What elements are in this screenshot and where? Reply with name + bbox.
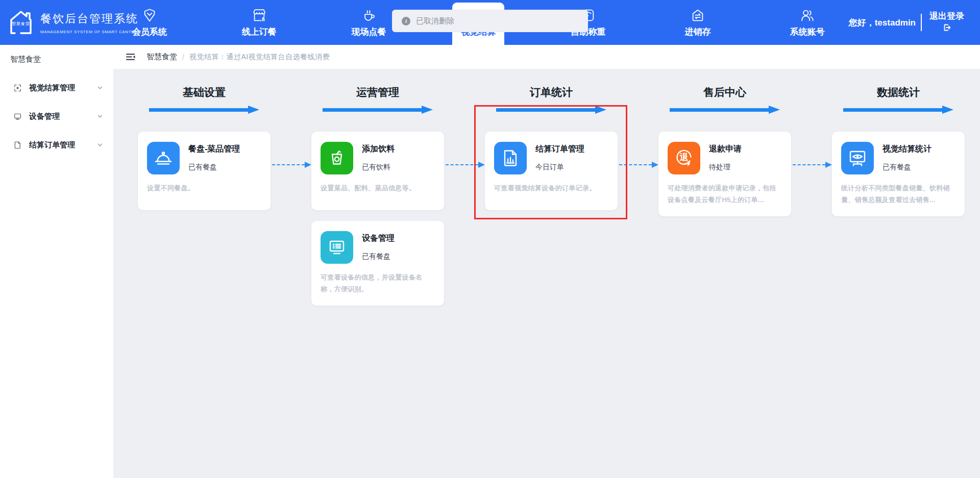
breadcrumb-current: 视觉结算：通过AI视觉结算台自选餐线消费	[189, 53, 330, 62]
column-title: 订单统计	[485, 86, 618, 99]
nav-item-online-order[interactable]: 线上订餐	[233, 0, 285, 45]
flow-column-basic-settings: 基础设置 餐盘-菜品管理 已有餐盘 设置不同餐盘。	[138, 86, 271, 210]
sidebar-item-settlement-order-mgmt[interactable]: 结算订单管理	[0, 131, 113, 159]
shield-check-icon	[142, 7, 157, 23]
card-visual-settlement-stats[interactable]: 视觉结算统计 已有餐盘 统计分析不同类型餐盘销量、饮料销量、销售总额及查看过去销…	[832, 132, 965, 216]
column-arrow	[496, 106, 606, 114]
nav-item-inventory[interactable]: 进销存	[672, 0, 724, 45]
cup-icon	[361, 7, 377, 23]
card-status: 已有餐盘	[883, 163, 932, 172]
monitor-eye-icon	[841, 142, 874, 174]
users-icon	[800, 7, 815, 23]
card-dish-menu-mgmt[interactable]: 餐盘-菜品管理 已有餐盘 设置不同餐盘。	[138, 132, 271, 210]
card-title: 添加饮料	[362, 144, 395, 155]
sidebar-item-label: 设备管理	[29, 112, 60, 121]
flow-connector-arrow	[272, 164, 305, 165]
logout-label: 退出登录	[929, 11, 964, 21]
flow-column-operation-mgmt: 运营管理 添加饮料 已有饮料 设置菜品、配料、菜品信息等。	[311, 86, 444, 306]
chevron-down-icon	[97, 142, 103, 148]
sidebar-item-device-mgmt[interactable]: 设备管理	[0, 102, 113, 131]
card-refund-request[interactable]: 退 退款申请 待处理 可处理消费者的退款申请记录，包括设备点餐及云餐厅H5上的订…	[658, 132, 791, 216]
nav-item-member-system[interactable]: 会员系统	[124, 0, 176, 45]
nav-label: 线上订餐	[242, 26, 277, 38]
flow-connector-arrow	[446, 164, 478, 165]
refund-glyph: 退	[680, 152, 689, 163]
card-description: 统计分析不同类型餐盘销量、饮料销量、销售总额及查看过去销售...	[841, 182, 955, 206]
column-arrow	[149, 106, 259, 114]
nav-label: 现场点餐	[352, 26, 386, 38]
sidebar-item-label: 结算订单管理	[29, 140, 75, 150]
card-description: 设置不同餐盘。	[147, 182, 261, 194]
sidebar-menu: 视觉结算管理 设备管理 结算订单管理	[0, 73, 113, 159]
card-description: 可处理消费者的退款申请记录，包括设备点餐及云餐厅H5上的订单...	[668, 182, 782, 206]
sidebar-item-visual-settlement-mgmt[interactable]: 视觉结算管理	[0, 73, 113, 102]
card-title: 设备管理	[362, 233, 395, 244]
toast-text: 已取消删除	[416, 16, 454, 26]
order-document-icon	[13, 141, 22, 149]
flow-column-order-statistics: 订单统计 结算订单管理 今日订单 可查看视觉结算设备的订单记录。	[485, 86, 618, 210]
card-status: 已有餐盘	[362, 252, 395, 261]
column-title: 售后中心	[658, 86, 791, 99]
card-status: 已有饮料	[362, 163, 395, 172]
document-chart-icon	[494, 142, 527, 174]
column-arrow	[843, 106, 953, 114]
visual-settlement-icon	[13, 84, 22, 92]
card-description: 可查看设备的信息，并设置设备名称，方便识别。	[321, 271, 435, 295]
breadcrumb-separator: /	[182, 53, 184, 61]
logo-house-icon: 智慧食堂	[7, 9, 35, 36]
breadcrumb-root[interactable]: 智慧食堂	[146, 52, 177, 62]
info-icon: i	[402, 17, 410, 26]
toast-message: i 已取消删除	[392, 10, 588, 32]
menu-fold-icon[interactable]	[126, 52, 135, 62]
user-greeting: 您好，testadmin	[849, 17, 916, 29]
logout-button[interactable]: 退出登录	[927, 11, 967, 34]
exit-icon	[943, 23, 951, 32]
column-title: 运营管理	[311, 86, 444, 99]
column-arrow	[323, 106, 433, 114]
nav-label: 会员系统	[132, 26, 167, 38]
user-area: 您好，testadmin 退出登录	[849, 0, 980, 45]
card-status: 已有餐盘	[188, 163, 240, 172]
chevron-down-icon	[97, 85, 103, 91]
card-title: 餐盘-菜品管理	[188, 144, 240, 155]
card-title: 视觉结算统计	[883, 144, 932, 155]
breadcrumb-bar: 智慧食堂 / 视觉结算：通过AI视觉结算台自选餐线消费	[113, 45, 980, 69]
inventory-house-icon	[690, 7, 705, 23]
main-content: 基础设置 餐盘-菜品管理 已有餐盘 设置不同餐盘。 运营管理	[113, 69, 980, 478]
card-settlement-order-mgmt[interactable]: 结算订单管理 今日订单 可查看视觉结算设备的订单记录。	[485, 132, 618, 210]
nav-label: 系统账号	[790, 26, 825, 38]
dish-cover-icon	[147, 142, 180, 174]
flow-connector-arrow	[619, 164, 652, 165]
card-status: 待处理	[709, 163, 742, 172]
chevron-down-icon	[97, 113, 103, 119]
flow-connector-arrow	[793, 164, 825, 165]
monitor-list-icon	[321, 231, 353, 264]
card-device-mgmt[interactable]: 设备管理 已有餐盘 可查看设备的信息，并设置设备名称，方便识别。	[311, 221, 444, 306]
storefront-icon	[252, 7, 267, 23]
card-add-drinks[interactable]: 添加饮料 已有饮料 设置菜品、配料、菜品信息等。	[311, 132, 444, 210]
column-arrow	[670, 106, 780, 114]
nav-item-onsite-order[interactable]: 现场点餐	[343, 0, 395, 45]
sidebar-title: 智慧食堂	[0, 45, 113, 64]
card-status: 今日订单	[535, 163, 584, 172]
flow-column-data-statistics: 数据统计 视觉结算统计 已有餐盘 统计分析不同类型餐盘销量、饮料销量、销售总额及…	[832, 86, 965, 216]
card-description: 设置菜品、配料、菜品信息等。	[321, 182, 435, 194]
card-title: 退款申请	[709, 144, 742, 155]
card-title: 结算订单管理	[535, 144, 584, 155]
drink-cup-icon	[321, 142, 353, 174]
column-title: 数据统计	[832, 86, 965, 99]
card-description: 可查看视觉结算设备的订单记录。	[494, 182, 608, 194]
column-title: 基础设置	[138, 86, 271, 99]
logo-badge-text: 智慧食堂	[12, 21, 30, 27]
nav-label: 进销存	[684, 26, 710, 38]
app-logo: 智慧食堂 餐饮后台管理系统 MANAGEMENT SYSTEM OF SMART…	[0, 0, 124, 45]
device-monitor-icon	[13, 112, 22, 121]
sidebar: 智慧食堂 视觉结算管理 设备管理	[0, 45, 113, 478]
flow-column-after-sales-center: 售后中心 退 退款申请 待处理 可处理消费者的退款申请记录，包括设备点餐及云餐厅…	[658, 86, 791, 216]
refund-circle-icon: 退	[668, 142, 700, 174]
nav-item-system-account[interactable]: 系统账号	[781, 0, 834, 45]
divider	[921, 14, 922, 31]
sidebar-item-label: 视觉结算管理	[29, 83, 75, 93]
